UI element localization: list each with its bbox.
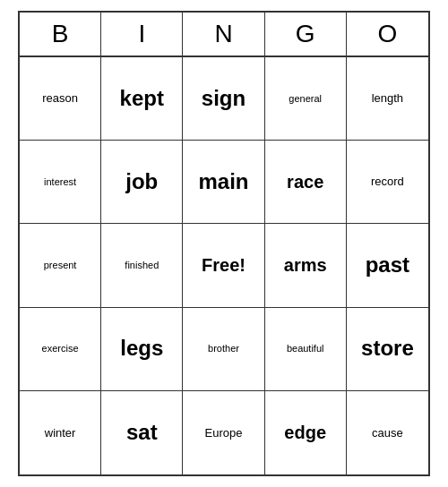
cell-text-r4-c4: cause xyxy=(372,426,403,440)
cell-text-r0-c0: reason xyxy=(42,91,78,106)
bingo-cell-r2-c1: finished xyxy=(101,224,183,307)
cell-text-r0-c4: length xyxy=(372,91,403,106)
bingo-cell-r4-c3: edge xyxy=(265,391,347,474)
cell-text-r0-c1: kept xyxy=(120,86,164,112)
header-letter-o: O xyxy=(347,13,428,56)
cell-text-r3-c0: exercise xyxy=(42,343,79,355)
cell-text-r3-c2: brother xyxy=(208,343,239,355)
header-letter-b: B xyxy=(20,13,101,56)
cell-text-r4-c3: edge xyxy=(284,422,326,443)
bingo-cell-r1-c4: record xyxy=(347,141,428,224)
cell-text-r2-c4: past xyxy=(366,252,409,278)
bingo-cell-r0-c3: general xyxy=(265,57,347,141)
bingo-cell-r1-c1: job xyxy=(101,141,183,224)
bingo-cell-r3-c4: store xyxy=(347,308,428,391)
bingo-cell-r0-c0: reason xyxy=(20,57,101,141)
cell-text-r3-c1: legs xyxy=(120,336,163,362)
bingo-cell-r2-c3: arms xyxy=(265,224,347,307)
cell-text-r4-c0: winter xyxy=(45,426,76,440)
bingo-cell-r1-c3: race xyxy=(265,141,347,224)
header-letter-i: I xyxy=(101,13,183,56)
cell-text-r3-c3: beautiful xyxy=(287,343,324,355)
bingo-cell-r4-c2: Europe xyxy=(183,391,264,474)
cell-text-r2-c2: Free! xyxy=(202,254,246,276)
bingo-grid: reasonkeptsigngenerallengthinterestjobma… xyxy=(20,57,428,474)
bingo-card: BINGO reasonkeptsigngenerallengthinteres… xyxy=(18,11,430,476)
cell-text-r3-c4: store xyxy=(361,336,414,362)
bingo-cell-r3-c1: legs xyxy=(101,308,183,391)
cell-text-r1-c0: interest xyxy=(44,176,76,188)
cell-text-r2-c3: arms xyxy=(284,254,327,276)
bingo-cell-r4-c0: winter xyxy=(20,391,101,474)
bingo-cell-r3-c0: exercise xyxy=(20,308,101,391)
cell-text-r0-c2: sign xyxy=(202,86,246,112)
bingo-cell-r2-c0: present xyxy=(20,224,101,307)
cell-text-r4-c2: Europe xyxy=(205,426,243,440)
cell-text-r1-c2: main xyxy=(198,169,248,195)
cell-text-r2-c0: present xyxy=(44,260,77,271)
bingo-cell-r0-c4: length xyxy=(347,57,428,141)
bingo-cell-r4-c4: cause xyxy=(347,391,428,474)
cell-text-r0-c3: general xyxy=(289,93,322,105)
bingo-cell-r1-c0: interest xyxy=(20,141,101,224)
cell-text-r1-c1: job xyxy=(125,169,158,195)
bingo-cell-r0-c2: sign xyxy=(183,57,264,141)
bingo-header: BINGO xyxy=(20,13,428,57)
bingo-cell-r3-c2: brother xyxy=(183,308,264,391)
header-letter-n: N xyxy=(183,13,264,56)
cell-text-r1-c3: race xyxy=(287,171,323,192)
bingo-cell-r2-c4: past xyxy=(347,224,428,307)
bingo-cell-r0-c1: kept xyxy=(101,57,183,141)
bingo-cell-r2-c2: Free! xyxy=(183,224,264,307)
cell-text-r2-c1: finished xyxy=(125,260,159,271)
header-letter-g: G xyxy=(265,13,347,56)
bingo-cell-r1-c2: main xyxy=(183,141,264,224)
cell-text-r1-c4: record xyxy=(371,175,404,189)
bingo-cell-r4-c1: sat xyxy=(101,391,183,474)
bingo-cell-r3-c3: beautiful xyxy=(265,308,347,391)
cell-text-r4-c1: sat xyxy=(126,420,158,446)
